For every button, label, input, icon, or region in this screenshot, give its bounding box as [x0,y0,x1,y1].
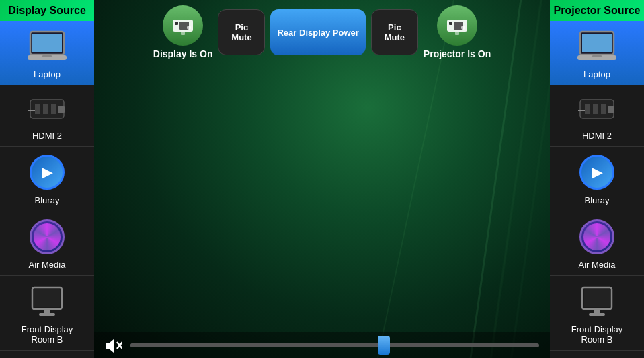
svg-point-22 [461,26,465,30]
svg-rect-20 [449,22,452,25]
pic-mute-left-button[interactable]: Pic Mute [218,9,265,55]
right-sidebar: Projector Source Laptop HDMI 2 [550,0,644,358]
rear-display-power-label: Rear Display Power [277,28,358,38]
hdmi-icon-right [577,91,617,128]
svg-rect-33 [601,104,606,114]
sidebar-item-bluray-right[interactable]: ▶ Bluray [550,147,644,211]
svg-rect-7 [51,104,56,114]
volume-bar [94,332,550,358]
top-bar: Display Is On Pic Mute Rear Display Powe… [94,0,550,65]
laptop-icon [27,26,67,67]
svg-rect-5 [35,104,40,114]
sidebar-item-bluray-left[interactable]: ▶ Bluray [0,147,94,211]
sidebar-item-laptop-left[interactable]: Laptop [0,21,94,85]
volume-mute-icon [105,338,122,353]
bluray-icon: ▶ [27,152,67,192]
sidebar-item-label-airmedia-right: Air Media [579,260,616,270]
sidebar-item-label-front-display-left: Front Display Room B [22,324,73,345]
sidebar-item-airmedia-right[interactable]: Air Media [550,211,644,276]
center-area: Display Is On Pic Mute Rear Display Powe… [94,0,550,358]
svg-point-17 [187,26,191,30]
projector-on-area: Projector Is On [424,5,491,59]
front-display-icon [27,281,67,322]
sidebar-item-label-bluray-right: Bluray [585,195,610,205]
svg-rect-31 [585,104,590,114]
sidebar-item-airmedia-left[interactable]: Air Media [0,211,94,276]
sidebar-item-front-display-left[interactable]: Front Display Room B [0,276,94,351]
volume-slider[interactable] [130,343,539,347]
svg-rect-34 [608,106,614,113]
center-spacer [94,65,550,332]
sidebar-item-label-front-display-right: Front Display Room B [571,324,623,345]
svg-rect-32 [593,104,598,114]
sidebar-item-hdmi2-left[interactable]: HDMI 2 [0,85,94,147]
pic-mute-right-button[interactable]: Pic Mute [371,9,418,55]
svg-rect-11 [34,289,60,307]
display-on-icon [163,5,203,46]
svg-rect-1 [32,34,62,52]
pic-mute-left-label: Pic Mute [231,22,251,42]
svg-rect-3 [42,55,52,57]
sidebar-item-front-display-right[interactable]: Front Display Room B [550,276,644,351]
sidebar-item-label-hdmi2-left: HDMI 2 [32,131,62,141]
svg-rect-12 [44,309,50,313]
svg-rect-18 [181,32,185,35]
sidebar-item-label-laptop-right: Laptop [583,69,610,79]
left-sidebar: Display Source Laptop HDMI 2 [0,0,94,358]
hdmi-icon [27,91,67,128]
volume-slider-fill [130,343,384,347]
svg-rect-38 [594,309,600,313]
svg-rect-15 [175,22,178,25]
display-on-area: Display Is On [153,5,213,59]
right-sidebar-header: Projector Source [550,0,644,21]
svg-rect-27 [582,34,612,52]
sidebar-item-label-airmedia-left: Air Media [29,260,66,270]
svg-rect-39 [589,313,605,316]
left-sidebar-header: Display Source [0,0,94,21]
sidebar-item-label-laptop-left: Laptop [34,69,61,79]
sidebar-item-hdmi2-right[interactable]: HDMI 2 [550,85,644,147]
svg-rect-6 [43,104,48,114]
airmedia-icon-right [577,217,617,257]
sidebar-item-label-bluray-left: Bluray [35,195,60,205]
front-display-icon-right [577,281,617,322]
display-on-text: Display Is On [153,48,213,59]
svg-rect-13 [39,313,55,316]
svg-rect-8 [58,106,65,113]
projector-on-text: Projector Is On [424,48,491,59]
sidebar-item-label-hdmi2-right: HDMI 2 [582,131,612,141]
projector-on-icon [437,5,477,46]
bluray-icon-right: ▶ [577,152,617,192]
svg-rect-23 [455,32,459,35]
svg-rect-29 [592,55,602,57]
pic-mute-right-label: Pic Mute [385,22,405,42]
laptop-icon-right [577,26,617,67]
rear-display-power-button[interactable]: Rear Display Power [270,9,365,55]
volume-slider-thumb[interactable] [378,336,390,355]
svg-rect-37 [584,289,610,307]
airmedia-icon [27,217,67,257]
sidebar-item-laptop-right[interactable]: Laptop [550,21,644,85]
